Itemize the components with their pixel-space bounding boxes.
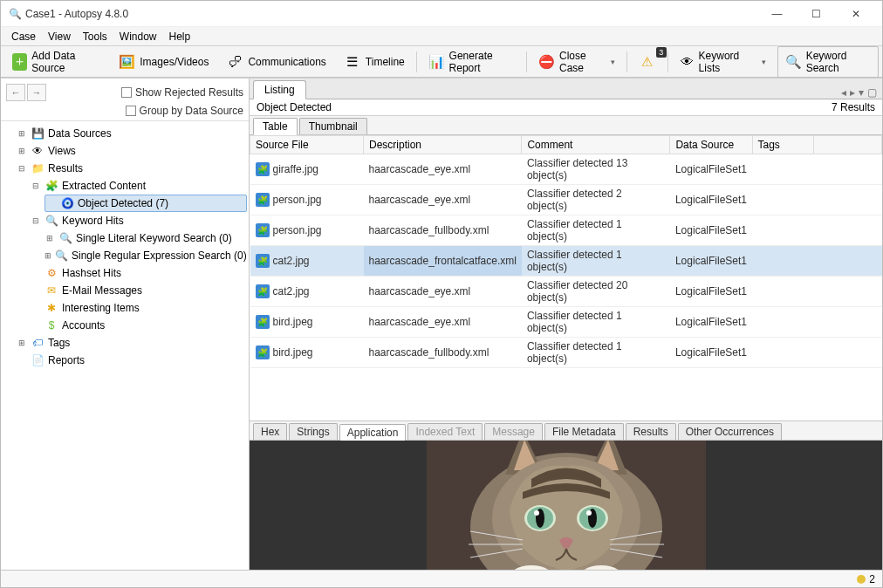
hashset-icon: ⚙	[44, 266, 58, 280]
report-icon: 📊	[428, 53, 445, 71]
add-data-source-label: Add Data Source	[31, 50, 100, 74]
tab-application[interactable]: Application	[339, 424, 407, 441]
file-icon: 🧩	[256, 193, 270, 207]
tree-reports[interactable]: 📄Reports	[3, 352, 247, 369]
menubar: Case View Tools Window Help	[1, 27, 882, 46]
table-row[interactable]: 🧩person.jpghaarcascade_eye.xmlClassifier…	[250, 185, 882, 215]
tab-indexed-text[interactable]: Indexed Text	[407, 423, 483, 440]
image-viewer[interactable]	[250, 441, 882, 570]
col-data-source[interactable]: Data Source	[670, 136, 752, 154]
menu-help[interactable]: Help	[164, 29, 196, 44]
communications-button[interactable]: 🗪Communications	[218, 50, 333, 74]
chevron-down-icon: ▾	[762, 58, 766, 66]
view-table-tab[interactable]: Table	[253, 118, 298, 135]
tab-file-metadata[interactable]: File Metadata	[544, 423, 624, 440]
keyword-lists-label: Keyword Lists	[699, 50, 754, 74]
images-videos-button[interactable]: 🖼️Images/Videos	[110, 50, 216, 74]
menu-case[interactable]: Case	[6, 29, 41, 44]
right-pane: Listing ◂ ▸ ▾ ▢ Object Detected 7 Result…	[250, 79, 882, 570]
object-icon: 🧿	[60, 196, 74, 210]
tab-strings[interactable]: Strings	[289, 423, 337, 440]
menu-window[interactable]: Window	[114, 29, 162, 44]
tab-other-occurrences[interactable]: Other Occurrences	[678, 423, 782, 440]
tab-next-icon[interactable]: ▸	[850, 86, 855, 99]
tree-extracted-content[interactable]: ⊟🧩Extracted Content	[3, 177, 247, 195]
file-icon: 🧩	[256, 223, 270, 237]
tab-prev-icon[interactable]: ◂	[841, 86, 846, 99]
results-table: Source File Description Comment Data Sou…	[250, 135, 882, 368]
toolbar: ＋Add Data Source 🖼️Images/Videos 🗪Commun…	[1, 46, 882, 78]
menu-tools[interactable]: Tools	[78, 29, 113, 44]
maximize-button[interactable]: ☐	[797, 2, 836, 26]
col-description[interactable]: Description	[364, 136, 522, 154]
tree-results[interactable]: ⊟📁Results	[3, 160, 247, 177]
tree-hashset-hits[interactable]: ⚙Hashset Hits	[3, 264, 247, 282]
app-icon: 🔍	[8, 7, 22, 21]
col-source[interactable]: Source File	[250, 136, 364, 154]
tab-hex[interactable]: Hex	[253, 423, 287, 440]
tab-message[interactable]: Message	[484, 423, 543, 440]
table-row[interactable]: 🧩bird.jpeghaarcascade_eye.xmlClassifier …	[250, 307, 882, 338]
close-case-icon: ⛔	[538, 53, 555, 71]
keyword-search-button[interactable]: 🔍Keyword Search	[777, 46, 879, 78]
tab-results[interactable]: Results	[626, 423, 676, 440]
table-row[interactable]: 🧩person.jpghaarcascade_fullbody.xmlClass…	[250, 215, 882, 246]
status-count: 2	[869, 573, 875, 585]
file-icon: 🧩	[256, 162, 270, 176]
col-comment[interactable]: Comment	[522, 136, 670, 154]
warnings-button[interactable]: ⚠3	[631, 50, 664, 74]
minimize-button[interactable]: —	[757, 2, 797, 26]
listing-count: 7 Results	[832, 101, 875, 113]
status-dot-icon	[857, 575, 866, 584]
tab-maximize-icon[interactable]: ▢	[867, 86, 877, 99]
tree-keyword-hits[interactable]: ⊟🔍Keyword Hits	[3, 212, 247, 229]
view-thumbnail-tab[interactable]: Thumbnail	[299, 118, 367, 134]
listing-tabstrip: Listing ◂ ▸ ▾ ▢	[250, 79, 882, 99]
show-rejected-checkbox[interactable]: Show Rejected Results	[121, 86, 243, 99]
table-row[interactable]: 🧩cat2.jpghaarcascade_eye.xmlClassifier d…	[250, 277, 882, 307]
close-button[interactable]: ✕	[836, 2, 875, 26]
tab-listing[interactable]: Listing	[253, 80, 306, 99]
tree-accounts[interactable]: $Accounts	[3, 317, 247, 334]
results-table-wrap[interactable]: Source File Description Comment Data Sou…	[250, 135, 882, 368]
reports-icon: 📄	[31, 353, 44, 367]
timeline-icon: ☰	[344, 53, 361, 71]
chevron-down-icon: ▾	[611, 58, 615, 66]
tree-view[interactable]: ⊞💾Data Sources ⊞👁Views ⊟📁Results ⊟🧩Extra…	[1, 121, 249, 570]
tree-single-literal[interactable]: ⊞🔍Single Literal Keyword Search (0)	[3, 229, 247, 247]
table-row[interactable]: 🧩bird.jpeghaarcascade_fullbody.xmlClassi…	[250, 338, 882, 368]
group-by-source-checkbox[interactable]: Group by Data Source	[126, 105, 243, 117]
col-tags[interactable]: Tags	[752, 136, 813, 154]
forward-button[interactable]: →	[27, 84, 46, 101]
svg-point-9	[534, 510, 539, 516]
timeline-button[interactable]: ☰Timeline	[336, 50, 413, 74]
results-icon: 📁	[31, 161, 44, 175]
tab-menu-icon[interactable]: ▾	[859, 86, 864, 99]
table-row[interactable]: 🧩giraffe.jpghaarcascade_eye.xmlClassifie…	[250, 154, 882, 185]
extracted-icon: 🧩	[44, 179, 58, 193]
keyword-search-label: Keyword Search	[806, 50, 871, 74]
timeline-label: Timeline	[366, 56, 405, 68]
back-button[interactable]: ←	[6, 84, 25, 101]
menu-view[interactable]: View	[43, 29, 76, 44]
close-case-button[interactable]: ⛔Close Case▾	[530, 46, 623, 78]
tree-interesting-items[interactable]: ✱Interesting Items	[3, 299, 247, 317]
col-spacer	[813, 136, 882, 154]
close-case-label: Close Case	[559, 50, 603, 74]
listing-title: Object Detected	[257, 101, 332, 113]
disk-icon: 💾	[31, 126, 44, 140]
table-row[interactable]: 🧩cat2.jpghaarcascade_frontalcatface.xmlC…	[250, 246, 882, 277]
communications-label: Communications	[248, 56, 325, 68]
tree-single-regex[interactable]: ⊞🔍Single Regular Expression Search (0)	[3, 247, 247, 264]
tree-tags[interactable]: ⊞🏷Tags	[3, 334, 247, 352]
group-by-source-label: Group by Data Source	[140, 105, 243, 117]
tree-object-detected[interactable]: 🧿Object Detected (7)	[44, 195, 247, 212]
generate-report-button[interactable]: 📊Generate Report	[421, 46, 524, 78]
warning-badge: 3	[656, 47, 667, 58]
tree-email-messages[interactable]: ✉E-Mail Messages	[3, 282, 247, 299]
keyword-lists-button[interactable]: 👁Keyword Lists▾	[672, 46, 774, 78]
tree-data-sources[interactable]: ⊞💾Data Sources	[3, 125, 247, 142]
statusbar: 2	[1, 570, 882, 587]
tree-views[interactable]: ⊞👁Views	[3, 142, 247, 160]
add-data-source-button[interactable]: ＋Add Data Source	[4, 46, 108, 78]
